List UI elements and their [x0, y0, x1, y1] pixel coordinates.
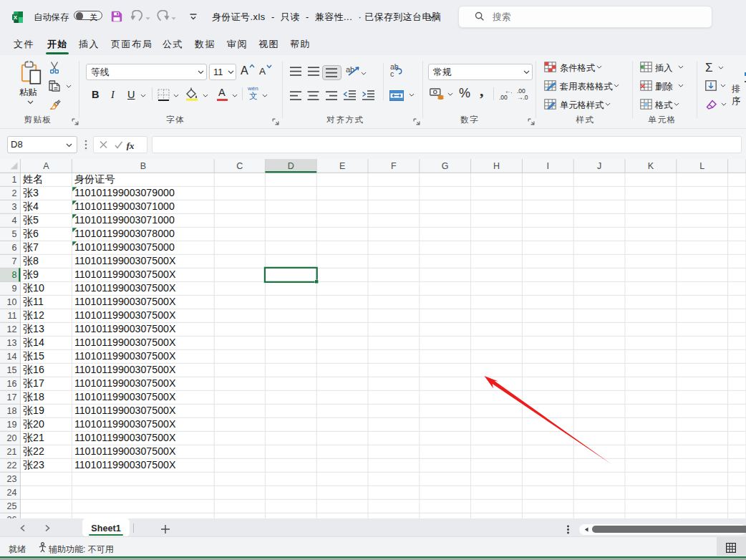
svg-text:11: 11: [8, 311, 17, 321]
svg-text:24: 24: [7, 488, 17, 498]
svg-text:J: J: [597, 161, 601, 171]
svg-text:张9: 张9: [23, 269, 39, 280]
svg-text:110101199003071000: 110101199003071000: [74, 201, 175, 212]
svg-text:C: C: [236, 161, 243, 171]
svg-text:张12: 张12: [23, 309, 44, 321]
svg-text:fx: fx: [126, 140, 134, 151]
svg-text:25: 25: [7, 501, 17, 511]
svg-text:→.0: →.0: [517, 94, 528, 100]
svg-text:H: H: [493, 161, 500, 171]
svg-text:姓名: 姓名: [22, 173, 43, 185]
svg-text:16: 16: [7, 379, 17, 389]
svg-text:张19: 张19: [23, 405, 44, 416]
svg-text:L: L: [699, 161, 704, 171]
svg-text:23: 23: [7, 474, 17, 484]
svg-text:11010119900307500X: 11010119900307500X: [74, 459, 176, 470]
svg-text:.00: .00: [499, 94, 508, 100]
svg-text:110101199003071000: 110101199003071000: [74, 214, 175, 226]
svg-text:4: 4: [12, 216, 17, 226]
svg-text:6: 6: [12, 243, 17, 253]
svg-text:张11: 张11: [23, 296, 44, 307]
svg-text:20: 20: [7, 433, 17, 443]
svg-text:21: 21: [7, 447, 17, 457]
svg-text:K: K: [648, 161, 654, 171]
svg-text:11010119900307500X: 11010119900307500X: [74, 391, 176, 402]
svg-text:110101199003079000: 110101199003079000: [74, 187, 175, 198]
svg-text:张5: 张5: [23, 214, 39, 226]
svg-text:张10: 张10: [23, 282, 44, 294]
svg-text:17: 17: [7, 392, 17, 402]
svg-text:11010119900307500X: 11010119900307500X: [74, 337, 176, 348]
svg-text:G: G: [442, 161, 449, 171]
svg-text:11010119900307500X: 11010119900307500X: [74, 377, 176, 389]
svg-text:1: 1: [12, 175, 17, 185]
svg-text:8: 8: [12, 270, 17, 280]
svg-text:张20: 张20: [23, 418, 44, 430]
svg-text:11010119900307500X: 11010119900307500X: [74, 309, 176, 321]
svg-text:110101199003078000: 110101199003078000: [74, 228, 175, 239]
svg-text:ab: ab: [346, 65, 354, 74]
svg-text:11010119900307500X: 11010119900307500X: [74, 323, 176, 334]
svg-text:5: 5: [12, 229, 17, 239]
svg-text:张7: 张7: [23, 241, 39, 253]
svg-text:张4: 张4: [23, 201, 39, 212]
svg-text:11010119900307500X: 11010119900307500X: [74, 350, 176, 362]
svg-text:张18: 张18: [23, 391, 44, 402]
svg-text:11010119900307500X: 11010119900307500X: [74, 296, 176, 307]
svg-text:A: A: [43, 161, 49, 171]
svg-text:14: 14: [7, 352, 17, 362]
svg-text:22: 22: [7, 460, 17, 470]
svg-text:10: 10: [7, 297, 17, 307]
svg-text:3: 3: [12, 202, 17, 212]
svg-text:7: 7: [12, 256, 17, 266]
svg-text:18: 18: [7, 406, 17, 416]
svg-text:张16: 张16: [23, 364, 44, 375]
svg-text:张6: 张6: [23, 228, 39, 239]
svg-text:11010119900307500X: 11010119900307500X: [74, 282, 176, 294]
svg-text:张23: 张23: [23, 459, 44, 470]
svg-text:张17: 张17: [23, 377, 44, 389]
svg-text:2: 2: [12, 188, 17, 198]
svg-text:15: 15: [7, 365, 17, 375]
svg-text:X: X: [14, 14, 18, 20]
svg-text:E: E: [339, 161, 345, 171]
svg-text:13: 13: [7, 338, 17, 348]
svg-text:11010119900307500X: 11010119900307500X: [74, 445, 176, 457]
svg-text:D: D: [288, 161, 294, 171]
svg-text:张22: 张22: [23, 445, 44, 457]
svg-text:9: 9: [12, 284, 17, 294]
svg-text:c: c: [390, 69, 394, 77]
svg-text:张14: 张14: [23, 337, 44, 348]
svg-text:I: I: [547, 161, 549, 171]
svg-text:张13: 张13: [23, 323, 44, 334]
svg-text:张3: 张3: [23, 187, 39, 198]
svg-text:12: 12: [7, 324, 17, 334]
svg-text:F: F: [391, 161, 397, 171]
svg-text:张15: 张15: [23, 350, 44, 362]
svg-text:身份证号: 身份证号: [74, 173, 115, 185]
svg-text:张21: 张21: [23, 432, 44, 443]
svg-text:11010119900307500X: 11010119900307500X: [74, 418, 176, 430]
svg-text:11010119900307500X: 11010119900307500X: [74, 255, 176, 266]
svg-text:11010119900307500X: 11010119900307500X: [74, 364, 176, 375]
svg-text:11010119900307500X: 11010119900307500X: [74, 432, 176, 443]
svg-text:19: 19: [7, 420, 17, 430]
svg-text:110101199003075000: 110101199003075000: [74, 241, 175, 253]
svg-text:11010119900307500X: 11010119900307500X: [74, 405, 176, 416]
svg-text:张8: 张8: [23, 255, 39, 266]
svg-text:11010119900307500X: 11010119900307500X: [74, 269, 176, 280]
svg-text:B: B: [140, 161, 146, 171]
